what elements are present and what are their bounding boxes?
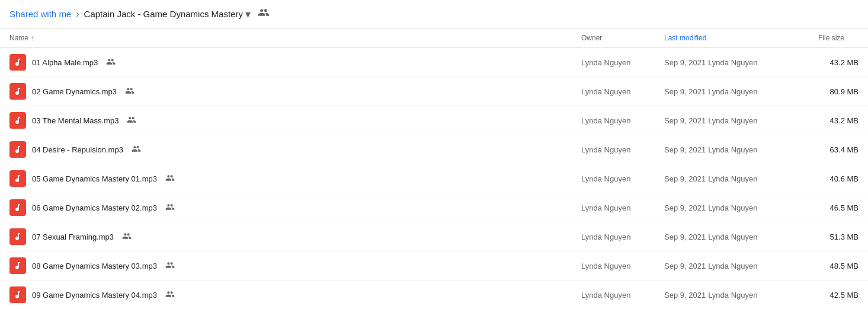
file-modified: Sep 9, 2021 Lynda Nguyen [655, 164, 809, 193]
modified-date: Sep 9, 2021 [664, 203, 706, 212]
shared-icon [165, 202, 175, 214]
modified-date: Sep 9, 2021 [664, 232, 706, 241]
file-name-cell: 04 Desire - Repulsion.mp3 [0, 135, 572, 164]
file-modified: Sep 9, 2021 Lynda Nguyen [655, 106, 809, 135]
modified-user: Lynda Nguyen [708, 262, 757, 270]
file-size: 63.4 MB [809, 135, 868, 164]
table-row[interactable]: 02 Game Dynamics.mp3 Lynda Nguyen Sep 9,… [0, 77, 868, 106]
shared-icon [165, 289, 175, 301]
modified-date: Sep 9, 2021 [664, 174, 706, 183]
column-header-owner: Owner [572, 28, 655, 48]
file-name-text: 05 Game Dynamics Mastery 01.mp3 [32, 174, 157, 183]
table-row[interactable]: 08 Game Dynamics Mastery 03.mp3 Lynda Ng… [0, 251, 868, 281]
file-size: 42.5 MB [809, 281, 868, 310]
shared-icon [165, 260, 175, 272]
modified-user: Lynda Nguyen [708, 58, 757, 67]
file-name-text: 01 Alpha Male.mp3 [32, 58, 98, 67]
audio-file-icon [9, 199, 26, 216]
file-name-cell: 03 The Mental Mass.mp3 [0, 106, 572, 135]
modified-user: Lynda Nguyen [708, 291, 757, 300]
file-name-cell: 06 Game Dynamics Mastery 02.mp3 [0, 193, 572, 222]
file-size: 40.6 MB [809, 164, 868, 193]
modified-date: Sep 9, 2021 [664, 87, 706, 96]
shared-icon [165, 173, 175, 184]
file-owner: Lynda Nguyen [572, 48, 655, 77]
breadcrumb-shared-link[interactable]: Shared with me [9, 9, 71, 19]
file-size: 51.3 MB [809, 222, 868, 251]
table-row[interactable]: 07 Sexual Framing.mp3 Lynda Nguyen Sep 9… [0, 222, 868, 251]
shared-icon [127, 115, 136, 126]
column-header-name[interactable]: Name ↑ [0, 28, 572, 48]
shared-icon [122, 231, 132, 243]
modified-user: Lynda Nguyen [708, 145, 757, 154]
file-name-text: 06 Game Dynamics Mastery 02.mp3 [32, 203, 157, 212]
table-row[interactable]: 03 The Mental Mass.mp3 Lynda Nguyen Sep … [0, 106, 868, 135]
modified-user: Lynda Nguyen [708, 232, 757, 241]
modified-user: Lynda Nguyen [708, 174, 757, 183]
file-name-text: 08 Game Dynamics Mastery 03.mp3 [32, 262, 157, 270]
file-modified: Sep 9, 2021 Lynda Nguyen [655, 135, 809, 164]
file-owner: Lynda Nguyen [572, 281, 655, 310]
modified-date: Sep 9, 2021 [664, 58, 706, 67]
breadcrumb-current-folder: Captain Jack - Game Dynamics Mastery ▾ [84, 8, 251, 21]
file-owner: Lynda Nguyen [572, 135, 655, 164]
table-row[interactable]: 09 Game Dynamics Mastery 04.mp3 Lynda Ng… [0, 281, 868, 310]
column-header-file-size: File size [809, 28, 868, 48]
file-name-text: 03 The Mental Mass.mp3 [32, 116, 118, 125]
file-owner: Lynda Nguyen [572, 164, 655, 193]
breadcrumb-folder-name: Captain Jack - Game Dynamics Mastery [84, 9, 243, 19]
file-name-text: 07 Sexual Framing.mp3 [32, 232, 114, 241]
file-owner: Lynda Nguyen [572, 193, 655, 222]
audio-file-icon [9, 141, 26, 158]
audio-file-icon [9, 257, 26, 274]
file-name-text: 09 Game Dynamics Mastery 04.mp3 [32, 291, 157, 300]
file-owner: Lynda Nguyen [572, 106, 655, 135]
file-name-cell: 02 Game Dynamics.mp3 [0, 77, 572, 106]
breadcrumb: Shared with me › Captain Jack - Game Dyn… [0, 0, 868, 28]
file-size: 46.5 MB [809, 193, 868, 222]
file-name-cell: 09 Game Dynamics Mastery 04.mp3 [0, 281, 572, 310]
modified-date: Sep 9, 2021 [664, 145, 706, 154]
table-row[interactable]: 01 Alpha Male.mp3 Lynda Nguyen Sep 9, 20… [0, 48, 868, 77]
file-owner: Lynda Nguyen [572, 77, 655, 106]
modified-user: Lynda Nguyen [708, 87, 757, 96]
file-owner: Lynda Nguyen [572, 251, 655, 281]
shared-icon [106, 57, 116, 68]
file-name-cell: 01 Alpha Male.mp3 [0, 48, 572, 77]
table-row[interactable]: 06 Game Dynamics Mastery 02.mp3 Lynda Ng… [0, 193, 868, 222]
audio-file-icon [9, 228, 26, 245]
table-row[interactable]: 05 Game Dynamics Mastery 01.mp3 Lynda Ng… [0, 164, 868, 193]
file-size: 48.5 MB [809, 251, 868, 281]
audio-file-icon [9, 54, 26, 71]
modified-user: Lynda Nguyen [708, 116, 757, 125]
audio-file-icon [9, 170, 26, 187]
table-row[interactable]: 04 Desire - Repulsion.mp3 Lynda Nguyen S… [0, 135, 868, 164]
file-table: Name ↑ Owner Last modified File size 01 … [0, 28, 868, 309]
file-size: 43.2 MB [809, 48, 868, 77]
file-size: 80.9 MB [809, 77, 868, 106]
audio-file-icon [9, 286, 26, 303]
file-name-cell: 05 Game Dynamics Mastery 01.mp3 [0, 164, 572, 193]
file-name-cell: 08 Game Dynamics Mastery 03.mp3 [0, 251, 572, 281]
modified-date: Sep 9, 2021 [664, 262, 706, 270]
modified-user: Lynda Nguyen [708, 203, 757, 212]
breadcrumb-separator: › [76, 9, 79, 20]
chevron-down-icon[interactable]: ▾ [245, 8, 251, 21]
file-name-cell: 07 Sexual Framing.mp3 [0, 222, 572, 251]
audio-file-icon [9, 112, 26, 129]
file-modified: Sep 9, 2021 Lynda Nguyen [655, 48, 809, 77]
shared-icon [132, 144, 141, 155]
audio-file-icon [9, 83, 26, 100]
column-header-last-modified[interactable]: Last modified [655, 28, 809, 48]
file-size: 43.2 MB [809, 106, 868, 135]
file-name-text: 04 Desire - Repulsion.mp3 [32, 145, 123, 154]
sort-ascending-icon: ↑ [31, 33, 35, 43]
file-modified: Sep 9, 2021 Lynda Nguyen [655, 222, 809, 251]
file-owner: Lynda Nguyen [572, 222, 655, 251]
file-name-text: 02 Game Dynamics.mp3 [32, 87, 117, 96]
modified-date: Sep 9, 2021 [664, 116, 706, 125]
shared-icon [125, 86, 134, 97]
file-modified: Sep 9, 2021 Lynda Nguyen [655, 193, 809, 222]
file-modified: Sep 9, 2021 Lynda Nguyen [655, 281, 809, 310]
manage-people-icon[interactable] [258, 7, 270, 21]
